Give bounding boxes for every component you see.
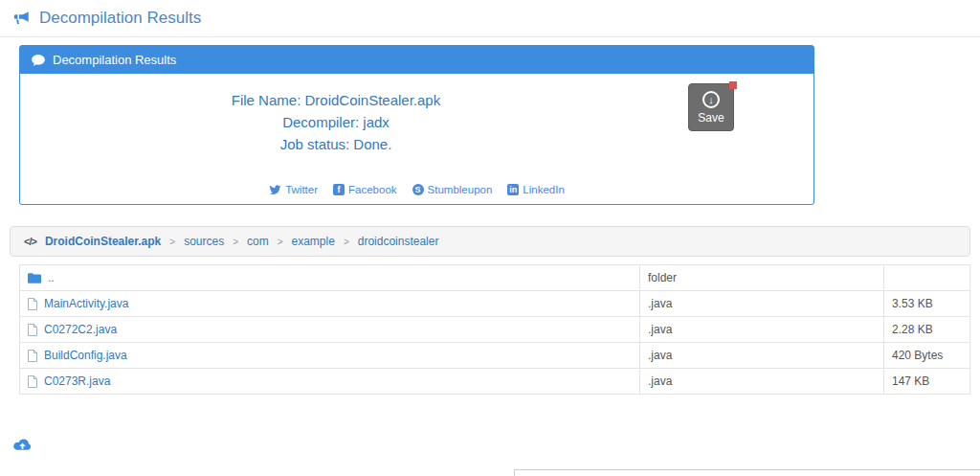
breadcrumb-item-com[interactable]: com [247,235,269,248]
file-table: .. folder MainActivity.java .java 3.53 K… [19,264,970,395]
file-link[interactable]: C0273R.java [44,374,110,388]
breadcrumb: </> DroidCoinStealer.apk > sources > com… [10,226,970,257]
breadcrumb-separator: > [344,237,349,247]
panel-title: Decompilation Results [53,53,176,67]
table-row-file: MainActivity.java .java 3.53 KB [20,291,970,317]
breadcrumb-item-example[interactable]: example [292,235,335,248]
share-row: Twitter f Facebook S Stumbleupon in Link… [20,184,813,195]
table-row-parent-dir: .. folder [20,265,970,291]
file-type-cell: .java [640,343,884,369]
twitter-icon [269,185,281,195]
file-size-cell: 147 KB [884,369,970,395]
decompilation-results-panel: Decompilation Results File Name: DroidCo… [19,45,814,205]
file-icon [28,350,37,362]
file-link[interactable]: BuildConfig.java [44,349,127,362]
panel-header: Decompilation Results [20,46,813,74]
file-icon [28,375,37,388]
job-info: File Name: DroidCoinStealer.apk Decompil… [20,89,652,155]
linkedin-icon: in [507,184,519,195]
breadcrumb-item-sources[interactable]: sources [184,235,224,248]
file-link[interactable]: MainActivity.java [44,297,128,310]
notification-badge [729,81,737,89]
megaphone-icon [13,11,31,26]
file-type-cell: folder [640,265,884,291]
table-row-file: BuildConfig.java .java 420 Bytes [20,343,970,369]
decompiler-line: Decompiler: jadx [20,111,652,133]
twitter-label: Twitter [285,184,318,195]
twitter-share-link[interactable]: Twitter [269,184,318,195]
breadcrumb-separator: > [278,237,283,247]
file-size-cell: 3.53 KB [884,291,970,317]
page-header: Decompilation Results [0,0,980,37]
cloud-upload-icon[interactable] [12,438,33,453]
partial-bottom-widget [514,469,980,476]
file-type-cell: .java [640,291,884,317]
file-name-line: File Name: DroidCoinStealer.apk [20,89,652,111]
file-type-cell: .java [640,317,884,343]
folder-icon [28,273,41,283]
download-circle-icon: ↓ [702,91,720,108]
breadcrumb-separator: > [169,237,175,247]
code-icon: </> [24,236,36,247]
panel-body: File Name: DroidCoinStealer.apk Decompil… [20,74,813,204]
comment-icon [32,55,45,66]
parent-dir-link[interactable]: .. [48,271,55,284]
save-button[interactable]: ↓ Save [688,83,734,131]
breadcrumb-separator: > [233,237,238,247]
breadcrumb-item-apk[interactable]: DroidCoinStealer.apk [45,235,161,248]
facebook-label: Facebook [348,184,397,195]
save-button-label: Save [689,111,733,125]
page-title: Decompilation Results [39,9,201,28]
file-icon [28,324,37,336]
facebook-share-link[interactable]: f Facebook [333,184,397,195]
breadcrumb-item-droidcoinstealer[interactable]: droidcoinstealer [358,235,439,248]
file-icon [28,298,37,310]
job-status-line: Job status: Done. [20,133,652,155]
linkedin-share-link[interactable]: in LinkedIn [507,184,564,195]
file-size-cell: 2.28 KB [884,317,970,343]
file-size-cell: 420 Bytes [884,343,970,369]
table-row-file: C0273R.java .java 147 KB [20,369,970,395]
table-row-file: C0272C2.java .java 2.28 KB [20,317,970,343]
file-size-cell [884,265,970,291]
linkedin-label: LinkedIn [523,184,564,195]
facebook-icon: f [333,184,345,195]
stumbleupon-share-link[interactable]: S Stumbleupon [412,184,493,195]
stumbleupon-icon: S [412,184,424,195]
stumbleupon-label: Stumbleupon [428,184,493,195]
file-link[interactable]: C0272C2.java [44,323,117,336]
file-type-cell: .java [640,369,884,395]
